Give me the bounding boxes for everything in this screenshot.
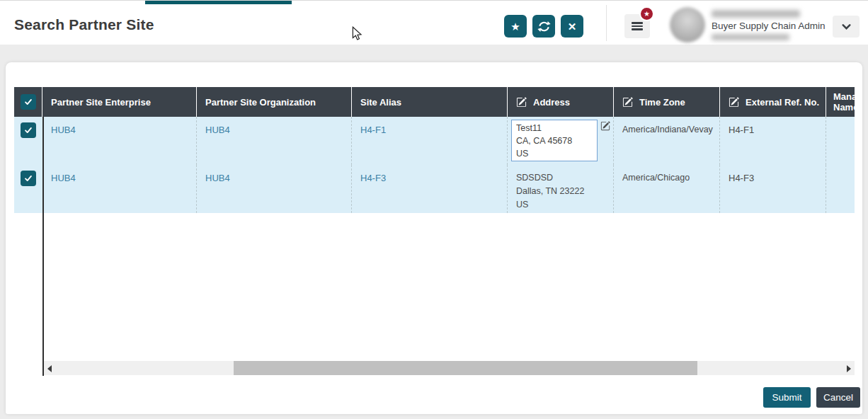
cell-value: H4-F1 xyxy=(360,125,386,135)
cell-value: HUB4 xyxy=(205,125,230,135)
edit-column-icon xyxy=(729,97,739,108)
cell-organization: HUB4 xyxy=(197,165,352,213)
refresh-icon xyxy=(537,20,551,33)
column-label: Site Alias xyxy=(360,97,401,108)
app-header: Search Partner Site ★ ✕ xyxy=(0,0,868,45)
cancel-button[interactable]: Cancel xyxy=(816,387,860,408)
cell-time-zone: America/Indiana/Vevay xyxy=(614,117,720,165)
frozen-column-divider xyxy=(42,117,44,376)
cell-value: HUB4 xyxy=(205,173,230,183)
check-icon xyxy=(23,173,33,183)
header-divider xyxy=(606,5,607,41)
address-line: SDSDSD xyxy=(516,171,613,185)
cell-value: America/Chicago xyxy=(622,173,690,183)
scroll-right-arrow-icon[interactable] xyxy=(847,365,851,372)
cell-value: H4-F3 xyxy=(360,173,386,183)
edit-column-icon xyxy=(622,97,633,108)
cell-value: H4-F1 xyxy=(729,125,754,135)
table-row[interactable]: HUB4 HUB4 H4-F3 SDSDSD Dallas, TN 23222 … xyxy=(14,165,855,213)
row-checkbox[interactable] xyxy=(21,122,36,138)
column-label: Address xyxy=(533,97,570,108)
column-label: External Ref. No. xyxy=(746,97,819,108)
cell-organization: HUB4 xyxy=(197,117,352,165)
screen: Search Partner Site ★ ✕ xyxy=(0,0,868,419)
check-icon xyxy=(23,97,33,107)
address-line: Test11 xyxy=(516,122,593,134)
cell-external-ref: H4-F1 xyxy=(720,117,826,165)
cell-value: H4-F3 xyxy=(729,173,754,183)
column-label: Time Zone xyxy=(639,97,685,108)
row-select-cell xyxy=(14,165,42,213)
user-name-redacted xyxy=(712,10,800,18)
horizontal-scrollbar[interactable] xyxy=(44,361,855,375)
user-avatar[interactable] xyxy=(670,7,705,42)
edit-address-icon[interactable] xyxy=(600,121,610,133)
user-menu-toggle[interactable] xyxy=(833,16,860,38)
column-label: Manag Name xyxy=(826,91,855,113)
address-line: CA, CA 45678 xyxy=(516,134,593,147)
close-button[interactable]: ✕ xyxy=(561,15,583,38)
chevron-down-icon xyxy=(840,21,852,33)
refresh-button[interactable] xyxy=(532,15,555,38)
column-label: Partner Site Organization xyxy=(205,97,316,108)
submit-button[interactable]: Submit xyxy=(763,387,811,408)
address-line: US xyxy=(516,147,593,160)
close-icon: ✕ xyxy=(568,21,577,32)
cell-clipped xyxy=(826,117,855,165)
cell-address: Test11 CA, CA 45678 US xyxy=(508,117,614,165)
address-lines: SDSDSD Dallas, TN 23222 US xyxy=(516,171,613,212)
header-cell-enterprise[interactable]: Partner Site Enterprise xyxy=(42,87,197,117)
scroll-left-arrow-icon[interactable] xyxy=(47,365,52,372)
edit-column-icon xyxy=(516,97,527,108)
cell-address: SDSDSD Dallas, TN 23222 US xyxy=(508,165,614,213)
cell-enterprise: HUB4 xyxy=(42,117,197,165)
table-row[interactable]: HUB4 HUB4 H4-F1 Test11 CA, CA 45678 US xyxy=(14,117,855,165)
address-edit-box[interactable]: Test11 CA, CA 45678 US xyxy=(511,120,598,161)
hamburger-icon xyxy=(632,21,643,32)
user-org-redacted xyxy=(712,34,789,40)
partner-site-table: Partner Site Enterprise Partner Site Org… xyxy=(14,87,855,213)
table-header-row: Partner Site Enterprise Partner Site Org… xyxy=(14,87,855,117)
cell-clipped xyxy=(826,165,855,213)
header-cell-clipped[interactable]: Manag Name xyxy=(826,87,855,117)
cell-value: HUB4 xyxy=(51,173,76,183)
header-cell-site-alias[interactable]: Site Alias xyxy=(352,87,508,117)
check-icon xyxy=(23,125,33,135)
header-cell-address[interactable]: Address xyxy=(508,87,614,117)
cell-site-alias: H4-F1 xyxy=(352,117,508,165)
notification-badge[interactable]: ★ xyxy=(639,6,654,21)
select-all-checkbox[interactable] xyxy=(21,94,36,110)
cell-time-zone: America/Chicago xyxy=(614,165,720,213)
search-partner-site-panel: Partner Site Enterprise Partner Site Org… xyxy=(6,62,862,414)
header-cell-external-ref[interactable]: External Ref. No. xyxy=(720,87,826,117)
address-line: Dallas, TN 23222 xyxy=(516,185,613,198)
star-icon: ★ xyxy=(510,21,520,32)
cell-value: HUB4 xyxy=(51,125,76,135)
cell-site-alias: H4-F3 xyxy=(352,165,508,213)
row-checkbox[interactable] xyxy=(21,171,36,186)
address-line: US xyxy=(516,198,613,212)
scrollbar-thumb[interactable] xyxy=(234,361,697,375)
cell-value: America/Indiana/Vevay xyxy=(622,125,713,134)
header-cell-select xyxy=(14,87,42,117)
user-role-label: Buyer Supply Chain Admin xyxy=(712,21,826,31)
badge-star-icon: ★ xyxy=(644,11,650,18)
cell-enterprise: HUB4 xyxy=(42,165,197,213)
mouse-cursor xyxy=(351,26,363,45)
active-tab-accent-bar xyxy=(145,1,292,4)
header-cell-time-zone[interactable]: Time Zone xyxy=(614,87,720,117)
header-cell-organization[interactable]: Partner Site Organization xyxy=(197,87,352,117)
column-label: Partner Site Enterprise xyxy=(51,97,151,108)
favorite-button[interactable]: ★ xyxy=(504,15,527,38)
page-title: Search Partner Site xyxy=(14,16,154,33)
row-select-cell xyxy=(14,117,42,165)
cell-external-ref: H4-F3 xyxy=(720,165,826,213)
